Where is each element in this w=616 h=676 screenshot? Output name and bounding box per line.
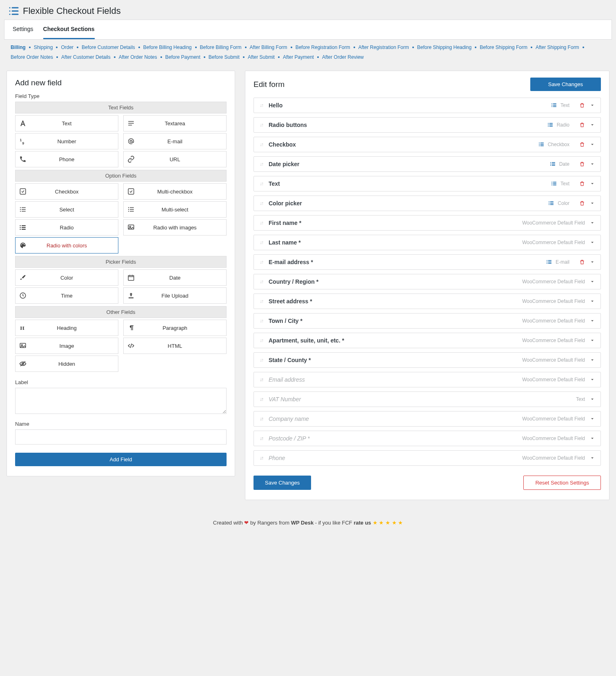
section-link-after-registration-form[interactable]: After Registration Form xyxy=(358,44,409,50)
trash-icon[interactable] xyxy=(579,142,585,147)
save-changes-button-top[interactable]: Save Changes xyxy=(530,78,601,91)
type-multi-select[interactable]: Multi-select xyxy=(123,201,227,218)
section-link-billing[interactable]: Billing xyxy=(11,44,26,50)
expand-icon[interactable] xyxy=(590,260,595,265)
section-link-before-shipping-heading[interactable]: Before Shipping Heading xyxy=(417,44,471,50)
field-row[interactable]: ↓↑VAT NumberText xyxy=(254,391,601,407)
section-link-before-billing-heading[interactable]: Before Billing Heading xyxy=(143,44,192,50)
drag-handle-icon[interactable]: ↓↑ xyxy=(260,318,263,324)
section-link-after-order-review[interactable]: After Order Review xyxy=(322,54,364,60)
section-link-before-submit[interactable]: Before Submit xyxy=(209,54,240,60)
trash-icon[interactable] xyxy=(579,161,585,167)
section-link-before-customer-details[interactable]: Before Customer Details xyxy=(82,44,135,50)
save-changes-button-bottom[interactable]: Save Changes xyxy=(254,476,311,490)
field-row[interactable]: ↓↑Country / Region *WooCommerce Default … xyxy=(254,274,601,289)
type-color[interactable]: Color xyxy=(15,269,118,286)
type-checkbox[interactable]: Checkbox xyxy=(15,183,118,200)
expand-icon[interactable] xyxy=(590,103,595,108)
field-row[interactable]: ↓↑HelloText xyxy=(254,98,601,113)
type-image[interactable]: Image xyxy=(15,338,118,354)
drag-handle-icon[interactable]: ↓↑ xyxy=(260,436,263,441)
type-radio-images[interactable]: Radio with images xyxy=(123,219,227,236)
trash-icon[interactable] xyxy=(579,259,585,265)
expand-icon[interactable] xyxy=(590,142,595,147)
drag-handle-icon[interactable]: ↓↑ xyxy=(260,142,263,147)
expand-icon[interactable] xyxy=(590,240,595,245)
type-phone[interactable]: Phone xyxy=(15,151,118,167)
tab-settings[interactable]: Settings xyxy=(13,20,33,39)
drag-handle-icon[interactable]: ↓↑ xyxy=(260,357,263,363)
drag-handle-icon[interactable]: ↓↑ xyxy=(260,279,263,285)
drag-handle-icon[interactable]: ↓↑ xyxy=(260,455,263,461)
expand-icon[interactable] xyxy=(590,377,595,382)
name-input[interactable] xyxy=(15,429,227,445)
expand-icon[interactable] xyxy=(590,162,595,167)
type-time[interactable]: Time xyxy=(15,287,118,304)
type-date[interactable]: Date xyxy=(123,269,227,286)
expand-icon[interactable] xyxy=(590,338,595,343)
type-paragraph[interactable]: Paragraph xyxy=(123,320,227,336)
type-url[interactable]: URL xyxy=(123,151,227,167)
field-row[interactable]: ↓↑E-mail address *E-mail xyxy=(254,254,601,270)
section-link-before-order-notes[interactable]: Before Order Notes xyxy=(11,54,53,60)
rate-us-link[interactable]: rate us xyxy=(354,520,371,526)
add-field-button[interactable]: Add Field xyxy=(15,453,227,466)
expand-icon[interactable] xyxy=(590,181,595,186)
type-number[interactable]: 19Number xyxy=(15,133,118,149)
type-file[interactable]: File Upload xyxy=(123,287,227,304)
type-select[interactable]: Select xyxy=(15,201,118,218)
field-row[interactable]: ↓↑Email addressWooCommerce Default Field xyxy=(254,372,601,387)
drag-handle-icon[interactable]: ↓↑ xyxy=(260,338,263,343)
section-link-after-billing-form[interactable]: After Billing Form xyxy=(250,44,287,50)
field-row[interactable]: ↓↑Town / City *WooCommerce Default Field xyxy=(254,313,601,329)
expand-icon[interactable] xyxy=(590,279,595,284)
type-html[interactable]: HTML xyxy=(123,338,227,354)
section-link-before-registration-form[interactable]: Before Registration Form xyxy=(296,44,350,50)
type-email[interactable]: E-mail xyxy=(123,133,227,149)
field-row[interactable]: ↓↑PhoneWooCommerce Default Field xyxy=(254,450,601,466)
drag-handle-icon[interactable]: ↓↑ xyxy=(260,298,263,304)
drag-handle-icon[interactable]: ↓↑ xyxy=(260,396,263,402)
drag-handle-icon[interactable]: ↓↑ xyxy=(260,181,263,187)
drag-handle-icon[interactable]: ↓↑ xyxy=(260,200,263,206)
field-row[interactable]: ↓↑State / County *WooCommerce Default Fi… xyxy=(254,352,601,368)
expand-icon[interactable] xyxy=(590,358,595,362)
type-text[interactable]: Text xyxy=(15,115,118,131)
drag-handle-icon[interactable]: ↓↑ xyxy=(260,161,263,167)
type-textarea[interactable]: Textarea xyxy=(123,115,227,131)
tab-checkout-sections[interactable]: Checkout Sections xyxy=(43,20,95,39)
field-row[interactable]: ↓↑Radio buttonsRadio xyxy=(254,117,601,133)
type-radio[interactable]: Radio xyxy=(15,219,118,236)
section-link-after-order-notes[interactable]: After Order Notes xyxy=(119,54,157,60)
drag-handle-icon[interactable]: ↓↑ xyxy=(260,102,263,108)
trash-icon[interactable] xyxy=(579,102,585,108)
drag-handle-icon[interactable]: ↓↑ xyxy=(260,122,263,128)
type-heading[interactable]: HHeading xyxy=(15,320,118,336)
section-link-after-submit[interactable]: After Submit xyxy=(248,54,275,60)
expand-icon[interactable] xyxy=(590,397,595,402)
field-row[interactable]: ↓↑Color pickerColor xyxy=(254,196,601,211)
field-row[interactable]: ↓↑Street address *WooCommerce Default Fi… xyxy=(254,294,601,309)
section-link-before-shipping-form[interactable]: Before Shipping Form xyxy=(480,44,527,50)
expand-icon[interactable] xyxy=(590,299,595,304)
expand-icon[interactable] xyxy=(590,220,595,225)
field-row[interactable]: ↓↑First name *WooCommerce Default Field xyxy=(254,215,601,231)
label-input[interactable] xyxy=(15,388,227,414)
drag-handle-icon[interactable]: ↓↑ xyxy=(260,259,263,265)
section-link-shipping[interactable]: Shipping xyxy=(34,44,53,50)
type-multi-checkbox[interactable]: Multi-checkbox xyxy=(123,183,227,200)
trash-icon[interactable] xyxy=(579,122,585,128)
section-link-before-billing-form[interactable]: Before Billing Form xyxy=(200,44,242,50)
expand-icon[interactable] xyxy=(590,122,595,127)
section-link-order[interactable]: Order xyxy=(61,44,73,50)
drag-handle-icon[interactable]: ↓↑ xyxy=(260,240,263,245)
section-link-after-customer-details[interactable]: After Customer Details xyxy=(61,54,111,60)
section-link-before-payment[interactable]: Before Payment xyxy=(165,54,200,60)
drag-handle-icon[interactable]: ↓↑ xyxy=(260,416,263,422)
section-link-after-payment[interactable]: After Payment xyxy=(283,54,314,60)
type-radio-colors[interactable]: Radio with colors xyxy=(15,237,118,254)
field-row[interactable]: ↓↑Date pickerDate xyxy=(254,156,601,172)
type-hidden[interactable]: Hidden xyxy=(15,356,118,372)
field-row[interactable]: ↓↑Company nameWooCommerce Default Field xyxy=(254,411,601,427)
drag-handle-icon[interactable]: ↓↑ xyxy=(260,220,263,226)
